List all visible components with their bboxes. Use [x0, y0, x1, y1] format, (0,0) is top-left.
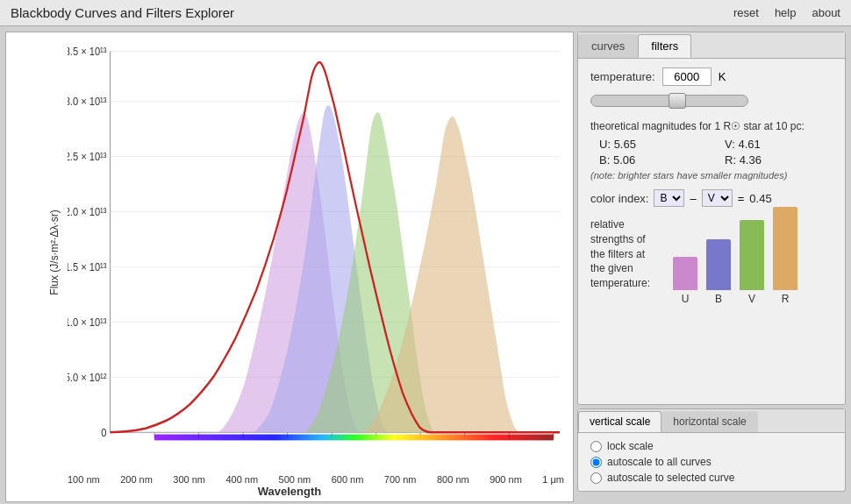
main-tab-panel: curves filters temperature: K [577, 32, 846, 405]
bar-v [740, 220, 764, 290]
magnitudes-section: theoretical magnitudes for 1 R☉ star at … [590, 120, 833, 181]
y-axis-label: Flux (J/s·m²·Δλ·sr) [48, 209, 61, 295]
main-content: Flux (J/s·m²·Δλ·sr) 0 5.0 × 10¹² 1.0 × 1… [0, 26, 851, 497]
autoscale-selected-radio[interactable] [590, 472, 602, 484]
slider-thumb[interactable] [669, 93, 686, 109]
title-bar: Blackbody Curves and Filters Explorer re… [0, 0, 851, 26]
bar-b [706, 239, 731, 290]
tab-filters[interactable]: filters [638, 34, 691, 58]
svg-text:1.0 × 10¹³: 1.0 × 10¹³ [68, 316, 107, 329]
chart-area: Flux (J/s·m²·Δλ·sr) 0 5.0 × 10¹² 1.0 × 1… [5, 32, 574, 502]
slider-row [590, 95, 833, 110]
autoscale-all-radio[interactable] [590, 457, 602, 468]
bar-label-b: B [715, 293, 722, 305]
autoscale-all-option[interactable]: autoscale to all curves [590, 456, 833, 468]
svg-text:3.0 × 10¹³: 3.0 × 10¹³ [68, 96, 107, 109]
autoscale-selected-label: autoscale to selected curve [607, 472, 734, 484]
color-index-op: – [690, 192, 696, 205]
app-title: Blackbody Curves and Filters Explorer [11, 5, 234, 20]
bar-u [673, 257, 697, 290]
scale-tab-header: vertical scale horizontal scale [578, 409, 845, 433]
r-magnitude: R: 4.36 [725, 153, 833, 167]
lock-scale-label: lock scale [607, 440, 654, 452]
temperature-unit: K [719, 70, 726, 83]
bar-section: relativestrengths ofthe filters atthe gi… [590, 217, 833, 305]
b-magnitude: B: 5.06 [599, 153, 707, 167]
chart-svg: 0 5.0 × 10¹² 1.0 × 10¹³ 1.5 × 10¹³ 2.0 ×… [68, 41, 564, 472]
nav-links: reset help about [733, 6, 840, 19]
about-link[interactable]: about [812, 6, 840, 19]
tab-header: curves filters [578, 32, 845, 59]
autoscale-all-label: autoscale to all curves [607, 456, 712, 468]
filter-select-2[interactable]: V U B R [702, 189, 733, 207]
bar-col-v: V [740, 220, 764, 305]
filters-tab-body: temperature: K theoretical magnitudes fo… [578, 59, 845, 314]
bar-label-u: U [682, 293, 690, 305]
svg-text:0: 0 [101, 426, 107, 439]
bar-label-r: R [782, 293, 790, 305]
magnitudes-grid: U: 5.65 V: 4.61 B: 5.06 R: 4.36 [590, 138, 833, 167]
temperature-label: temperature: [590, 70, 655, 83]
color-index-value: 0.45 [749, 192, 771, 205]
temperature-row: temperature: K [590, 67, 833, 86]
bar-col-b: B [706, 239, 731, 305]
bar-r [773, 207, 797, 290]
chart-container: Flux (J/s·m²·Δλ·sr) 0 5.0 × 10¹² 1.0 × 1… [6, 32, 573, 472]
x-axis-label: Wavelength [6, 485, 573, 501]
color-index-row: color index: B U V R – V U B R = [590, 189, 833, 207]
magnitudes-title: theoretical magnitudes for 1 R☉ star at … [590, 120, 833, 132]
bar-chart-wrapper: UBVR [669, 217, 833, 305]
scale-panel: vertical scale horizontal scale lock sca… [577, 408, 846, 492]
color-index-label: color index: [590, 192, 648, 205]
tab-horizontal-scale[interactable]: horizontal scale [661, 411, 757, 432]
svg-text:1.5 × 10¹³: 1.5 × 10¹³ [68, 260, 107, 273]
magnitudes-note: (note: brighter stars have smaller magni… [590, 170, 833, 181]
lock-scale-option[interactable]: lock scale [590, 440, 833, 452]
bar-col-r: R [773, 207, 797, 305]
lock-scale-radio[interactable] [590, 441, 602, 452]
reset-link[interactable]: reset [733, 6, 759, 19]
bar-label-v: V [748, 293, 755, 305]
right-panel: curves filters temperature: K [574, 26, 851, 497]
u-magnitude: U: 5.65 [599, 138, 707, 151]
bar-chart: UBVR [669, 217, 833, 305]
help-link[interactable]: help [775, 6, 797, 19]
temperature-slider[interactable] [590, 95, 748, 107]
tab-vertical-scale[interactable]: vertical scale [578, 411, 661, 432]
scale-body: lock scale autoscale to all curves autos… [578, 433, 845, 491]
svg-text:3.5 × 10¹³: 3.5 × 10¹³ [68, 45, 107, 58]
v-magnitude: V: 4.61 [725, 138, 833, 151]
temperature-input[interactable] [662, 67, 712, 86]
svg-rect-27 [154, 435, 554, 441]
tab-curves[interactable]: curves [578, 34, 638, 58]
autoscale-selected-option[interactable]: autoscale to selected curve [590, 472, 833, 484]
scale-radio-group: lock scale autoscale to all curves autos… [590, 440, 833, 484]
svg-text:2.5 × 10¹³: 2.5 × 10¹³ [68, 150, 107, 163]
color-index-eq: = [738, 192, 745, 205]
bar-description: relativestrengths ofthe filters atthe gi… [590, 217, 661, 291]
svg-text:5.0 × 10¹²: 5.0 × 10¹² [68, 371, 107, 384]
bar-col-u: U [673, 257, 697, 305]
filter-select-1[interactable]: B U V R [654, 189, 684, 207]
svg-text:2.0 × 10¹³: 2.0 × 10¹³ [68, 205, 107, 218]
